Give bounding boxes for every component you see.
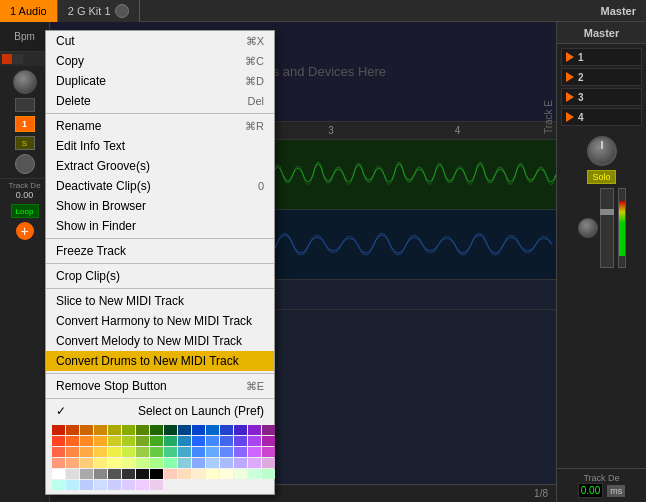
color-swatch-84[interactable] <box>108 480 121 490</box>
menu-show-finder[interactable]: Show in Finder <box>46 216 274 236</box>
color-swatch-9[interactable] <box>178 425 191 435</box>
color-swatch-55[interactable] <box>150 458 163 468</box>
color-swatch-16[interactable] <box>52 436 65 446</box>
color-swatch-17[interactable] <box>66 436 79 446</box>
color-swatch-44[interactable] <box>220 447 233 457</box>
master-slot-3[interactable]: 3 <box>561 88 642 106</box>
color-swatch-70[interactable] <box>136 469 149 479</box>
small-btn-1[interactable] <box>15 98 35 112</box>
color-btn-2[interactable] <box>13 54 23 64</box>
color-swatch-13[interactable] <box>234 425 247 435</box>
color-swatch-82[interactable] <box>80 480 93 490</box>
color-swatch-3[interactable] <box>94 425 107 435</box>
menu-freeze-track[interactable]: Freeze Track <box>46 241 274 261</box>
color-swatch-79[interactable] <box>262 469 275 479</box>
color-swatch-69[interactable] <box>122 469 135 479</box>
menu-extract-groove[interactable]: Extract Groove(s) <box>46 156 274 176</box>
color-swatch-21[interactable] <box>122 436 135 446</box>
color-swatch-58[interactable] <box>192 458 205 468</box>
color-swatch-32[interactable] <box>52 447 65 457</box>
color-swatch-41[interactable] <box>178 447 191 457</box>
round-knob[interactable] <box>15 154 35 174</box>
color-swatch-71[interactable] <box>150 469 163 479</box>
color-swatch-56[interactable] <box>164 458 177 468</box>
color-swatch-54[interactable] <box>136 458 149 468</box>
s-button[interactable]: S <box>15 136 35 150</box>
color-swatch-63[interactable] <box>262 458 275 468</box>
master-knob[interactable] <box>587 136 617 166</box>
menu-edit-info[interactable]: Edit Info Text <box>46 136 274 156</box>
color-swatch-31[interactable] <box>262 436 275 446</box>
color-swatch-73[interactable] <box>178 469 191 479</box>
color-swatch-6[interactable] <box>136 425 149 435</box>
color-swatch-68[interactable] <box>108 469 121 479</box>
color-swatch-30[interactable] <box>248 436 261 446</box>
menu-delete[interactable]: Delete Del <box>46 91 274 111</box>
color-swatch-83[interactable] <box>94 480 107 490</box>
color-swatch-65[interactable] <box>66 469 79 479</box>
menu-remove-stop[interactable]: Remove Stop Button ⌘E <box>46 376 274 396</box>
color-swatch-76[interactable] <box>220 469 233 479</box>
color-swatch-1[interactable] <box>66 425 79 435</box>
color-swatch-15[interactable] <box>262 425 275 435</box>
bpm-display[interactable]: Bpm <box>0 22 49 52</box>
color-swatch-60[interactable] <box>220 458 233 468</box>
color-swatch-24[interactable] <box>164 436 177 446</box>
color-swatch-67[interactable] <box>94 469 107 479</box>
color-swatch-7[interactable] <box>150 425 163 435</box>
color-swatch-53[interactable] <box>122 458 135 468</box>
color-swatch-8[interactable] <box>164 425 177 435</box>
color-swatch-27[interactable] <box>206 436 219 446</box>
color-swatch-14[interactable] <box>248 425 261 435</box>
color-swatch-64[interactable] <box>52 469 65 479</box>
add-button[interactable]: + <box>16 222 34 240</box>
color-swatch-35[interactable] <box>94 447 107 457</box>
color-swatch-57[interactable] <box>178 458 191 468</box>
menu-drums-midi[interactable]: Convert Drums to New MIDI Track <box>46 351 274 371</box>
color-swatch-12[interactable] <box>220 425 233 435</box>
color-swatch-47[interactable] <box>262 447 275 457</box>
color-swatch-81[interactable] <box>66 480 79 490</box>
color-swatch-4[interactable] <box>108 425 121 435</box>
color-swatch-22[interactable] <box>136 436 149 446</box>
color-swatch-10[interactable] <box>192 425 205 435</box>
color-swatch-49[interactable] <box>66 458 79 468</box>
master-slot-4[interactable]: 4 <box>561 108 642 126</box>
menu-copy[interactable]: Copy ⌘C <box>46 51 274 71</box>
color-swatch-29[interactable] <box>234 436 247 446</box>
tab-kit[interactable]: 2 G Kit 1 <box>58 0 140 22</box>
menu-cut[interactable]: Cut ⌘X <box>46 31 274 51</box>
color-swatch-26[interactable] <box>192 436 205 446</box>
color-swatch-75[interactable] <box>206 469 219 479</box>
color-swatch-52[interactable] <box>108 458 121 468</box>
loop-button[interactable]: Loop <box>11 204 39 218</box>
num-btn[interactable]: 1 <box>15 116 35 132</box>
menu-show-browser[interactable]: Show in Browser <box>46 196 274 216</box>
master-slot-2[interactable]: 2 <box>561 68 642 86</box>
color-swatch-19[interactable] <box>94 436 107 446</box>
color-swatch-66[interactable] <box>80 469 93 479</box>
menu-slice-midi[interactable]: Slice to New MIDI Track <box>46 291 274 311</box>
color-swatch-62[interactable] <box>248 458 261 468</box>
menu-rename[interactable]: Rename ⌘R <box>46 116 274 136</box>
color-swatch-28[interactable] <box>220 436 233 446</box>
main-knob[interactable] <box>13 70 37 94</box>
master-slot-1[interactable]: 1 <box>561 48 642 66</box>
menu-select-launch[interactable]: ✓ Select on Launch (Pref) <box>46 401 274 421</box>
color-swatch-5[interactable] <box>122 425 135 435</box>
color-swatch-37[interactable] <box>122 447 135 457</box>
solo-button[interactable]: Solo <box>587 170 615 184</box>
menu-duplicate[interactable]: Duplicate ⌘D <box>46 71 274 91</box>
color-swatch-34[interactable] <box>80 447 93 457</box>
color-swatch-80[interactable] <box>52 480 65 490</box>
color-swatch-20[interactable] <box>108 436 121 446</box>
color-swatch-77[interactable] <box>234 469 247 479</box>
color-swatch-51[interactable] <box>94 458 107 468</box>
color-btn-1[interactable] <box>2 54 12 64</box>
color-swatch-86[interactable] <box>136 480 149 490</box>
color-swatch-25[interactable] <box>178 436 191 446</box>
color-swatch-72[interactable] <box>164 469 177 479</box>
color-swatch-39[interactable] <box>150 447 163 457</box>
color-swatch-50[interactable] <box>80 458 93 468</box>
color-swatch-61[interactable] <box>234 458 247 468</box>
